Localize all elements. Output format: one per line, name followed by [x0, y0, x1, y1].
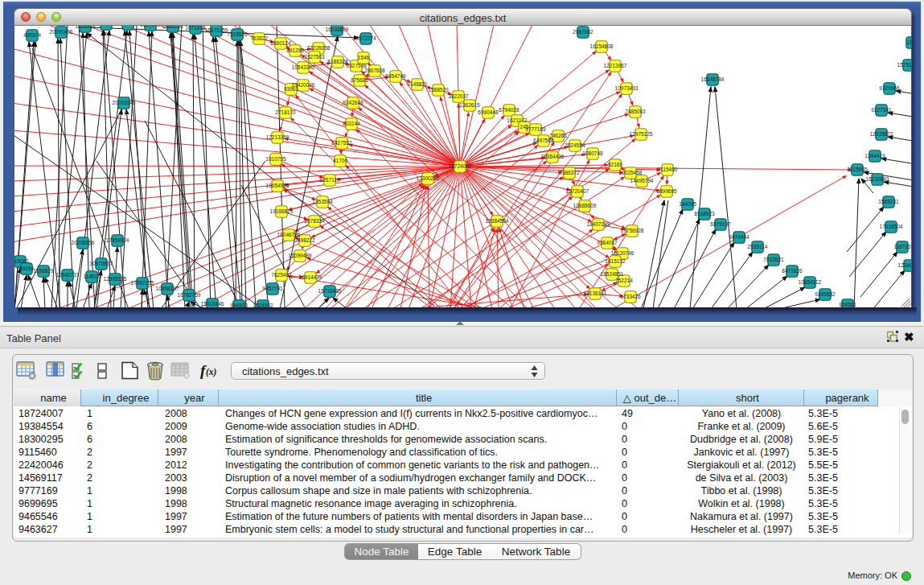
svg-text:12213369: 12213369: [266, 134, 290, 140]
svg-text:16154808: 16154808: [590, 43, 614, 49]
svg-text:405574: 405574: [23, 32, 41, 38]
svg-text:10553287: 10553287: [117, 26, 140, 27]
svg-text:1024502: 1024502: [253, 303, 273, 307]
svg-text:1244419: 1244419: [864, 153, 885, 159]
svg-text:15720407: 15720407: [566, 188, 589, 194]
svg-text:8267110: 8267110: [320, 177, 340, 183]
svg-text:1156829: 1156829: [34, 268, 54, 274]
svg-text:9329966: 9329966: [879, 85, 900, 91]
svg-text:144095: 144095: [679, 201, 696, 207]
svg-text:2718170: 2718170: [275, 109, 296, 115]
svg-text:10025458: 10025458: [619, 170, 643, 175]
svg-text:1569231: 1569231: [878, 199, 899, 204]
svg-text:15751074: 15751074: [897, 62, 911, 68]
svg-text:19384554: 19384554: [486, 218, 509, 224]
svg-text:6990448: 6990448: [478, 109, 499, 115]
svg-text:6794028: 6794028: [499, 107, 519, 113]
svg-text:9227341: 9227341: [871, 107, 892, 113]
svg-text:20364436: 20364436: [541, 154, 565, 159]
svg-text:14136141: 14136141: [584, 290, 607, 296]
svg-text:93961: 93961: [284, 86, 298, 92]
svg-text:994503: 994503: [230, 303, 248, 307]
svg-text:8186328: 8186328: [327, 59, 348, 64]
svg-text:5578334: 5578334: [304, 218, 325, 224]
svg-text:1055328: 1055328: [75, 26, 96, 29]
svg-text:12505135: 12505135: [104, 276, 127, 282]
svg-text:8938923: 8938923: [694, 211, 715, 216]
svg-text:20091406: 20091406: [50, 29, 73, 35]
svg-text:9115460: 9115460: [658, 167, 678, 172]
svg-text:16210643: 16210643: [866, 176, 889, 182]
svg-text:16046736: 16046736: [277, 232, 301, 237]
svg-text:16099489: 16099489: [289, 253, 312, 258]
svg-text:1010755: 1010755: [265, 156, 286, 162]
svg-text:16671355: 16671355: [205, 27, 228, 33]
svg-text:14495794: 14495794: [630, 178, 654, 183]
svg-text:17016504: 17016504: [880, 224, 903, 229]
svg-text:1588520: 1588520: [428, 87, 449, 93]
svg-text:7515526: 7515526: [227, 31, 248, 37]
svg-text:1143301: 1143301: [97, 26, 117, 27]
svg-text:19756928: 19756928: [621, 228, 644, 233]
svg-text:19654985: 19654985: [266, 183, 290, 188]
svg-text:18524851: 18524851: [601, 271, 624, 277]
svg-text:252214: 252214: [615, 278, 633, 283]
svg-text:6497568: 6497568: [533, 138, 554, 143]
svg-text:9327503: 9327503: [304, 54, 325, 60]
svg-text:10654112: 10654112: [799, 279, 822, 285]
svg-text:30975867: 30975867: [90, 261, 113, 266]
svg-text:15923446: 15923446: [201, 301, 224, 307]
svg-text:3572274: 3572274: [355, 35, 376, 41]
svg-text:2867608: 2867608: [364, 68, 385, 73]
svg-text:20206556: 20206556: [72, 240, 95, 245]
svg-text:16914479: 16914479: [299, 274, 322, 280]
svg-text:23226058: 23226058: [307, 45, 331, 51]
svg-text:6899695: 6899695: [656, 188, 677, 194]
svg-text:17359924: 17359924: [106, 237, 129, 243]
svg-text:7485063: 7485063: [625, 109, 646, 114]
svg-text:20053346: 20053346: [113, 100, 136, 105]
svg-text:1621072: 1621072: [507, 117, 528, 123]
svg-text:7625402: 7625402: [271, 272, 292, 278]
svg-text:9245652: 9245652: [815, 291, 836, 297]
svg-text:1353594: 1353594: [312, 199, 333, 204]
svg-text:9384067: 9384067: [597, 240, 618, 245]
svg-text:16648784: 16648784: [701, 76, 725, 82]
svg-text:2935114: 2935114: [748, 244, 768, 249]
svg-text:9146821: 9146821: [407, 81, 428, 87]
svg-text:9474444: 9474444: [729, 234, 749, 240]
svg-text:2087662: 2087662: [573, 29, 593, 35]
svg-text:9457791: 9457791: [262, 286, 283, 291]
svg-text:1615132: 1615132: [605, 258, 626, 264]
svg-text:7632621: 7632621: [763, 257, 784, 262]
svg-text:18724007: 18724007: [449, 163, 472, 169]
svg-text:1733426: 1733426: [620, 294, 641, 299]
svg-text:1112: 1112: [906, 39, 911, 45]
svg-text:9777169: 9777169: [525, 126, 546, 132]
svg-text:763822: 763822: [250, 35, 268, 41]
svg-text:891295: 891295: [286, 47, 304, 53]
svg-text:15716485: 15716485: [318, 288, 342, 294]
svg-text:1527602: 1527602: [140, 26, 161, 27]
svg-text:8471626: 8471626: [782, 268, 803, 274]
svg-text:12033872: 12033872: [870, 131, 893, 137]
svg-text:19166829: 19166829: [270, 208, 294, 214]
svg-text:18407249: 18407249: [587, 221, 610, 227]
svg-text:13300295: 13300295: [417, 175, 440, 181]
svg-text:1546: 1546: [358, 55, 370, 60]
svg-text:41700: 41700: [333, 158, 347, 163]
svg-text:8427552: 8427552: [331, 140, 352, 146]
svg-text:62160: 62160: [608, 162, 622, 167]
svg-text:3498222: 3498222: [294, 237, 315, 243]
svg-text:12975125: 12975125: [630, 131, 653, 137]
svg-text:10973493: 10973493: [615, 85, 639, 91]
svg-text:1071914: 1071914: [185, 26, 206, 31]
svg-text:803144: 803144: [343, 121, 360, 126]
svg-text:6879197: 6879197: [710, 221, 731, 227]
svg-text:10543342: 10543342: [292, 64, 315, 70]
svg-text:17957255: 17957255: [131, 280, 154, 286]
svg-text:7386372: 7386372: [559, 170, 580, 175]
svg-text:924561: 924561: [839, 302, 856, 307]
svg-text:746266: 746266: [549, 133, 567, 138]
svg-text:12942737: 12942737: [56, 272, 80, 278]
